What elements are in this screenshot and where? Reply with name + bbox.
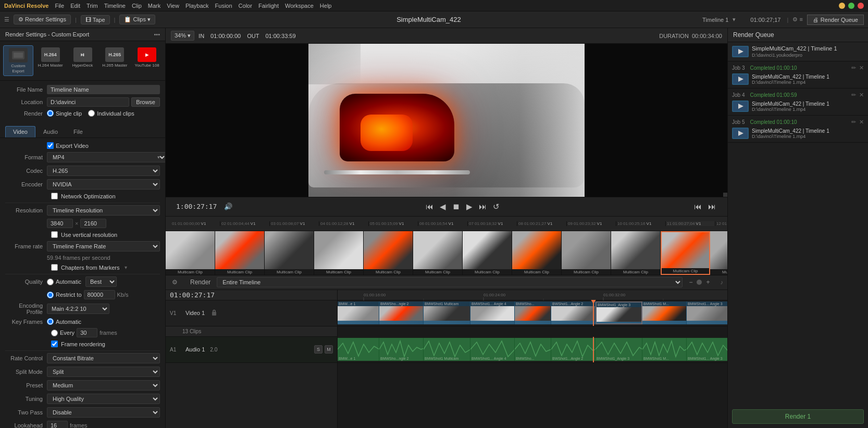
audio-clip-9[interactable]: BMWShot1... Angle 3 — [687, 338, 727, 361]
preset-youtube[interactable]: ▶ YouTube 108 — [132, 45, 162, 76]
menu-workspace[interactable]: Workspace — [285, 3, 314, 9]
menu-fairlight[interactable]: Fairlight — [258, 3, 279, 9]
resolution-select[interactable]: Timeline Resolution — [47, 205, 160, 216]
menu-trim[interactable]: Trim — [86, 3, 98, 9]
volume-icon[interactable]: 🔊 — [224, 203, 232, 210]
audio-clip-2[interactable]: BMWSho...ngle 2 — [379, 338, 424, 361]
render-queue-button[interactable]: 🖨 Render Queue — [807, 15, 864, 25]
clip-4[interactable]: Multicam Clip — [314, 231, 364, 275]
go-to-start-button[interactable]: ⏮ — [425, 201, 435, 212]
audio-clip-6[interactable]: BWShot1...Angle 2 — [551, 338, 596, 361]
encoding-profile-select[interactable]: Main 4:2:2 10 — [47, 304, 109, 314]
frame-reorder-checkbox[interactable] — [51, 341, 58, 347]
rq-job-4-close[interactable]: ✕ — [859, 92, 864, 98]
video-clip-1[interactable]: BMW...e 1 — [338, 301, 379, 324]
menu-color[interactable]: Color — [239, 3, 252, 9]
key-frames-auto-radio[interactable]: Automatic — [47, 318, 81, 325]
video-clip-9[interactable]: BMWShot1... Angle 3 — [687, 301, 727, 324]
render-settings-button[interactable]: ⚙ Render Settings — [14, 15, 71, 24]
rq-job-5-edit[interactable]: ✏ — [851, 119, 856, 125]
browse-button[interactable]: Browse — [131, 97, 160, 107]
video-clip-4[interactable]: BMWShot1... Angle 4 — [470, 301, 515, 324]
individual-clips-radio[interactable]: Individual clips — [88, 110, 134, 117]
video-clip-6[interactable]: BWShot1...Angle 2 — [551, 301, 596, 324]
resolution-w-input[interactable] — [47, 219, 73, 228]
clip-8[interactable]: Multicam Clip — [512, 231, 562, 275]
step-back-button[interactable]: ◀ — [439, 201, 447, 212]
menu-fusion[interactable]: Fusion — [215, 3, 232, 9]
prev-frame-button[interactable]: ⏮ — [693, 201, 703, 212]
timeline-settings-icon[interactable]: ⚙ — [170, 278, 180, 286]
play-button[interactable]: ▶ — [465, 201, 474, 212]
tab-video[interactable]: Video — [5, 126, 35, 137]
preset-h264-master[interactable]: H.264 H.264 Master — [35, 45, 66, 76]
tuning-select[interactable]: High Quality — [47, 394, 160, 404]
close-button[interactable] — [858, 3, 864, 9]
solo-button[interactable]: S — [314, 345, 323, 354]
clip-7[interactable]: Multicam Clip — [463, 231, 512, 275]
audio-clip-8[interactable]: BMWShot1 M... — [642, 338, 687, 361]
preset-hyperdeck[interactable]: ⏯ HyperDeck — [68, 45, 98, 76]
audio-clip-1[interactable]: BMW...e 1 — [338, 338, 379, 361]
video-clip-7[interactable]: BMWShot1_Angle 3 — [596, 301, 642, 324]
restrict-value-input[interactable] — [84, 290, 115, 299]
chapters-checkbox[interactable] — [51, 264, 58, 271]
frame-rate-select[interactable]: Timeline Frame Rate — [47, 241, 160, 251]
rq-job-4-edit[interactable]: ✏ — [851, 92, 856, 98]
format-select[interactable]: MP4 — [47, 152, 166, 162]
file-name-input[interactable] — [47, 85, 160, 94]
panel-options-button[interactable]: ••• — [154, 31, 160, 37]
audio-clip-3[interactable]: BMWShot1 Multicam — [424, 338, 470, 361]
preset-custom[interactable]: Custom Export — [3, 45, 33, 76]
tab-audio[interactable]: Audio — [35, 126, 66, 137]
quality-auto-radio[interactable]: Automatic — [47, 279, 81, 285]
network-opt-checkbox[interactable] — [51, 193, 58, 199]
rq-job-3-edit[interactable]: ✏ — [851, 65, 856, 71]
audio-clip-4[interactable]: BMWShot1... Angle 4 — [470, 338, 515, 361]
clip-5[interactable]: Multicam Clip — [364, 231, 413, 275]
location-input[interactable] — [47, 97, 129, 107]
clip-6[interactable]: Multicam Clip — [413, 231, 463, 275]
clip-3[interactable]: Multicam Clip — [265, 231, 314, 275]
menu-edit[interactable]: Edit — [70, 3, 80, 9]
split-mode-select[interactable]: Split — [47, 367, 160, 377]
render-scope-select[interactable]: Entire Timeline — [217, 277, 683, 287]
preset-select[interactable]: Medium — [47, 380, 160, 391]
encoder-select[interactable]: NVIDIA — [47, 179, 160, 190]
vertical-res-checkbox[interactable] — [51, 231, 58, 238]
zoom-out-button[interactable]: − — [687, 278, 695, 286]
clips-button[interactable]: 📋 Clips ▾ — [119, 15, 155, 24]
menu-file[interactable]: File — [55, 3, 64, 9]
quality-best-select[interactable]: Best — [85, 276, 117, 287]
zoom-in-button[interactable]: + — [704, 278, 712, 286]
single-clip-radio[interactable]: Single clip — [47, 110, 82, 117]
video-clip-5[interactable]: BMWSho... — [515, 301, 551, 324]
go-to-end-button[interactable]: ⏭ — [478, 201, 488, 212]
clip-11-selected[interactable]: Multicam Clip — [661, 231, 710, 275]
clip-9[interactable]: Multicam Clip — [562, 231, 611, 275]
restrict-radio[interactable]: Restrict to — [47, 292, 82, 298]
audio-clip-5[interactable]: BMWSho... — [515, 338, 551, 361]
clip-1[interactable]: Multicam Clip — [166, 231, 215, 275]
zoom-slider[interactable] — [697, 280, 702, 285]
tab-file[interactable]: File — [66, 126, 91, 137]
resize-handle[interactable] — [723, 193, 727, 197]
menu-mark[interactable]: Mark — [148, 3, 160, 9]
minimize-button[interactable] — [839, 3, 845, 9]
resolution-h-input[interactable] — [80, 219, 106, 228]
menu-help[interactable]: Help — [320, 3, 332, 9]
video-clip-2[interactable]: BMWSho...ngle 2 — [379, 301, 424, 324]
mute-button[interactable]: M — [325, 345, 333, 354]
stop-button[interactable]: ⏹ — [451, 201, 461, 212]
menu-timeline[interactable]: Timeline — [104, 3, 126, 9]
rate-control-select[interactable]: Constant Bitrate — [47, 353, 160, 363]
two-pass-select[interactable]: Disable — [47, 407, 160, 418]
menu-clip[interactable]: Clip — [132, 3, 142, 9]
audio-clip-7[interactable]: BMWShot1_Angle 3 — [596, 338, 642, 361]
codec-select[interactable]: H.265 — [47, 166, 160, 176]
key-frames-every-radio[interactable]: Every — [51, 330, 75, 336]
lookahead-input[interactable] — [47, 421, 68, 428]
export-video-checkbox[interactable]: Export Video — [47, 142, 89, 149]
rq-job-3-close[interactable]: ✕ — [859, 65, 864, 71]
menu-playback[interactable]: Playback — [185, 3, 209, 9]
